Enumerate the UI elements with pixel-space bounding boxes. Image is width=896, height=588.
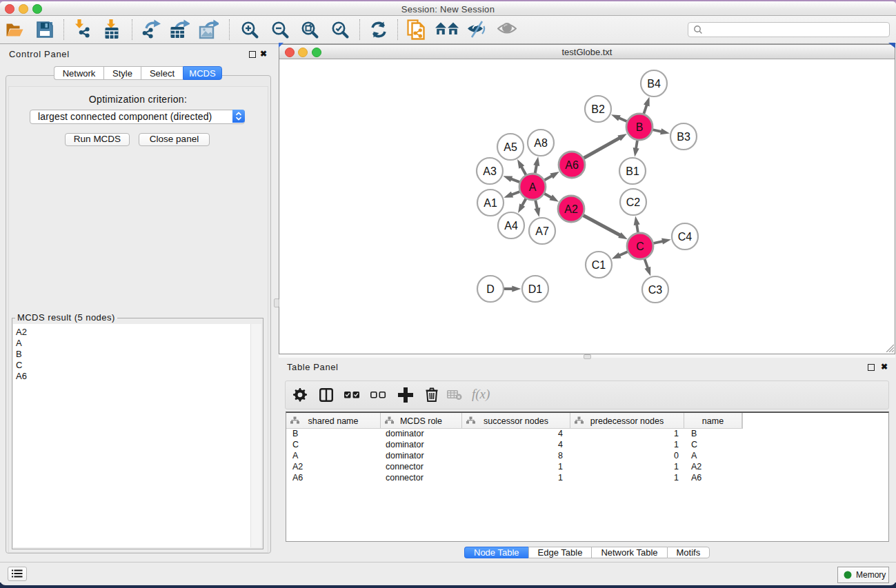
svg-text:A: A [529,181,537,193]
svg-text:C3: C3 [648,284,663,296]
svg-text:A1: A1 [484,197,497,209]
svg-text:C: C [636,241,644,252]
svg-text:B3: B3 [677,131,690,143]
svg-text:A4: A4 [504,220,518,232]
svg-text:C2: C2 [626,196,641,208]
svg-text:B1: B1 [626,165,639,177]
svg-text:C4: C4 [678,231,693,243]
svg-text:B: B [636,121,644,133]
svg-text:A2: A2 [564,203,578,215]
svg-text:D1: D1 [528,283,543,295]
svg-text:B4: B4 [647,78,661,90]
svg-text:A8: A8 [534,137,548,149]
svg-text:A7: A7 [535,225,549,237]
svg-text:D: D [486,283,495,295]
svg-text:A3: A3 [483,165,497,177]
svg-text:C1: C1 [592,259,606,271]
svg-text:B2: B2 [591,103,605,115]
svg-text:A5: A5 [504,141,517,153]
svg-text:f(x): f(x) [472,387,490,402]
svg-text:A6: A6 [565,159,579,171]
